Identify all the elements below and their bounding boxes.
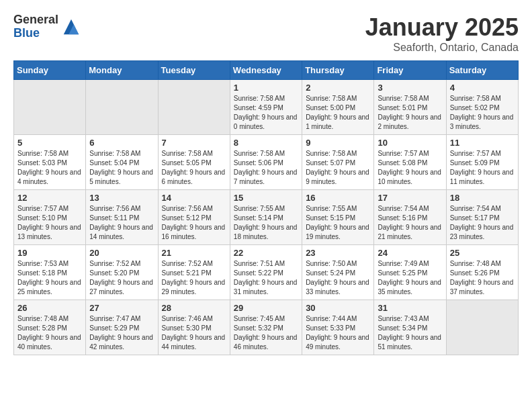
calendar-day: 12Sunrise: 7:57 AMSunset: 5:10 PMDayligh… [14, 190, 86, 245]
day-info: Sunrise: 7:54 AMSunset: 5:16 PMDaylight:… [378, 204, 442, 242]
day-number: 9 [306, 138, 370, 148]
header-day: Saturday [446, 61, 518, 80]
day-info: Sunrise: 7:58 AMSunset: 5:03 PMDaylight:… [17, 149, 82, 187]
day-number: 20 [89, 248, 154, 258]
calendar-day: 13Sunrise: 7:56 AMSunset: 5:11 PMDayligh… [86, 190, 158, 245]
day-info: Sunrise: 7:55 AMSunset: 5:15 PMDaylight:… [306, 204, 370, 242]
day-info: Sunrise: 7:56 AMSunset: 5:12 PMDaylight:… [162, 204, 226, 242]
day-info: Sunrise: 7:52 AMSunset: 5:21 PMDaylight:… [162, 259, 226, 297]
day-info: Sunrise: 7:43 AMSunset: 5:34 PMDaylight:… [378, 314, 442, 352]
day-number: 2 [306, 83, 370, 93]
header-day: Tuesday [158, 61, 230, 80]
day-info: Sunrise: 7:57 AMSunset: 5:10 PMDaylight:… [17, 204, 82, 242]
calendar-day: 1Sunrise: 7:58 AMSunset: 4:59 PMDaylight… [230, 80, 302, 135]
logo-blue: Blue [13, 27, 58, 40]
day-number: 5 [17, 138, 82, 148]
day-info: Sunrise: 7:57 AMSunset: 5:08 PMDaylight:… [378, 149, 442, 187]
day-number: 1 [234, 83, 298, 93]
calendar-day: 16Sunrise: 7:55 AMSunset: 5:15 PMDayligh… [302, 190, 374, 245]
header-row: SundayMondayTuesdayWednesdayThursdayFrid… [14, 61, 519, 80]
calendar-week: 1Sunrise: 7:58 AMSunset: 4:59 PMDaylight… [14, 80, 519, 135]
day-number: 15 [234, 193, 298, 203]
day-info: Sunrise: 7:46 AMSunset: 5:30 PMDaylight:… [162, 314, 226, 352]
day-number: 3 [378, 83, 442, 93]
day-info: Sunrise: 7:58 AMSunset: 5:00 PMDaylight:… [306, 94, 370, 132]
day-number: 30 [306, 303, 370, 313]
day-number: 13 [89, 193, 154, 203]
calendar-day: 8Sunrise: 7:58 AMSunset: 5:06 PMDaylight… [230, 135, 302, 190]
day-number: 7 [162, 138, 226, 148]
day-number: 23 [306, 248, 370, 258]
day-number: 19 [17, 248, 82, 258]
calendar-week: 5Sunrise: 7:58 AMSunset: 5:03 PMDaylight… [14, 135, 519, 190]
day-number: 31 [378, 303, 442, 313]
calendar-day: 7Sunrise: 7:58 AMSunset: 5:05 PMDaylight… [158, 135, 230, 190]
calendar-day: 24Sunrise: 7:49 AMSunset: 5:25 PMDayligh… [374, 245, 446, 300]
header-day: Thursday [302, 61, 374, 80]
day-info: Sunrise: 7:58 AMSunset: 5:04 PMDaylight:… [89, 149, 154, 187]
calendar-title: January 2025 [365, 13, 519, 42]
day-number: 21 [162, 248, 226, 258]
calendar-day: 30Sunrise: 7:44 AMSunset: 5:33 PMDayligh… [302, 300, 374, 355]
day-number: 24 [378, 248, 442, 258]
calendar-day: 9Sunrise: 7:58 AMSunset: 5:07 PMDaylight… [302, 135, 374, 190]
header-day: Monday [86, 61, 158, 80]
header-day: Sunday [14, 61, 86, 80]
day-info: Sunrise: 7:47 AMSunset: 5:29 PMDaylight:… [89, 314, 154, 352]
day-number: 29 [234, 303, 298, 313]
calendar-week: 19Sunrise: 7:53 AMSunset: 5:18 PMDayligh… [14, 245, 519, 300]
day-info: Sunrise: 7:49 AMSunset: 5:25 PMDaylight:… [378, 259, 442, 297]
day-info: Sunrise: 7:48 AMSunset: 5:28 PMDaylight:… [17, 314, 82, 352]
day-number: 27 [89, 303, 154, 313]
calendar-day [158, 80, 230, 135]
calendar-day: 2Sunrise: 7:58 AMSunset: 5:00 PMDaylight… [302, 80, 374, 135]
day-number: 10 [378, 138, 442, 148]
day-info: Sunrise: 7:44 AMSunset: 5:33 PMDaylight:… [306, 314, 370, 352]
day-number: 16 [306, 193, 370, 203]
calendar-subtitle: Seaforth, Ontario, Canada [365, 42, 519, 54]
day-number: 18 [450, 193, 515, 203]
day-info: Sunrise: 7:58 AMSunset: 5:06 PMDaylight:… [234, 149, 298, 187]
day-info: Sunrise: 7:58 AMSunset: 5:01 PMDaylight:… [378, 94, 442, 132]
day-info: Sunrise: 7:53 AMSunset: 5:18 PMDaylight:… [17, 259, 82, 297]
calendar-day: 5Sunrise: 7:58 AMSunset: 5:03 PMDaylight… [14, 135, 86, 190]
day-number: 12 [17, 193, 82, 203]
day-number: 6 [89, 138, 154, 148]
calendar-day: 10Sunrise: 7:57 AMSunset: 5:08 PMDayligh… [374, 135, 446, 190]
day-info: Sunrise: 7:52 AMSunset: 5:20 PMDaylight:… [89, 259, 154, 297]
logo-icon [61, 17, 81, 37]
day-info: Sunrise: 7:56 AMSunset: 5:11 PMDaylight:… [89, 204, 154, 242]
calendar-day: 26Sunrise: 7:48 AMSunset: 5:28 PMDayligh… [14, 300, 86, 355]
day-number: 25 [450, 248, 515, 258]
calendar-day: 19Sunrise: 7:53 AMSunset: 5:18 PMDayligh… [14, 245, 86, 300]
day-info: Sunrise: 7:48 AMSunset: 5:26 PMDaylight:… [450, 259, 515, 297]
calendar-day: 27Sunrise: 7:47 AMSunset: 5:29 PMDayligh… [86, 300, 158, 355]
logo-text: General Blue [13, 13, 58, 40]
logo: General Blue [13, 13, 81, 40]
calendar-day: 14Sunrise: 7:56 AMSunset: 5:12 PMDayligh… [158, 190, 230, 245]
day-number: 4 [450, 83, 515, 93]
calendar-week: 12Sunrise: 7:57 AMSunset: 5:10 PMDayligh… [14, 190, 519, 245]
calendar-day [14, 80, 86, 135]
page-header: General Blue January 2025 Seaforth, Onta… [13, 13, 519, 54]
calendar-day: 6Sunrise: 7:58 AMSunset: 5:04 PMDaylight… [86, 135, 158, 190]
day-info: Sunrise: 7:55 AMSunset: 5:14 PMDaylight:… [234, 204, 298, 242]
day-number: 26 [17, 303, 82, 313]
day-info: Sunrise: 7:45 AMSunset: 5:32 PMDaylight:… [234, 314, 298, 352]
calendar-day: 23Sunrise: 7:50 AMSunset: 5:24 PMDayligh… [302, 245, 374, 300]
header-day: Friday [374, 61, 446, 80]
day-info: Sunrise: 7:58 AMSunset: 5:05 PMDaylight:… [162, 149, 226, 187]
calendar-day: 31Sunrise: 7:43 AMSunset: 5:34 PMDayligh… [374, 300, 446, 355]
day-number: 17 [378, 193, 442, 203]
day-info: Sunrise: 7:57 AMSunset: 5:09 PMDaylight:… [450, 149, 515, 187]
calendar-day: 15Sunrise: 7:55 AMSunset: 5:14 PMDayligh… [230, 190, 302, 245]
calendar-day: 17Sunrise: 7:54 AMSunset: 5:16 PMDayligh… [374, 190, 446, 245]
calendar-day: 29Sunrise: 7:45 AMSunset: 5:32 PMDayligh… [230, 300, 302, 355]
day-number: 8 [234, 138, 298, 148]
day-info: Sunrise: 7:51 AMSunset: 5:22 PMDaylight:… [234, 259, 298, 297]
calendar-day: 28Sunrise: 7:46 AMSunset: 5:30 PMDayligh… [158, 300, 230, 355]
calendar-day: 25Sunrise: 7:48 AMSunset: 5:26 PMDayligh… [446, 245, 518, 300]
calendar-day: 18Sunrise: 7:54 AMSunset: 5:17 PMDayligh… [446, 190, 518, 245]
day-info: Sunrise: 7:54 AMSunset: 5:17 PMDaylight:… [450, 204, 515, 242]
day-info: Sunrise: 7:58 AMSunset: 4:59 PMDaylight:… [234, 94, 298, 132]
